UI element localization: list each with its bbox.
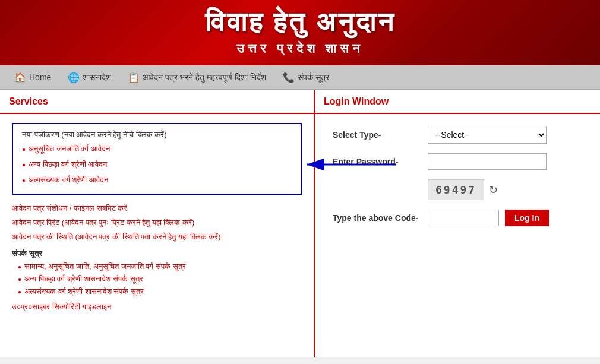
nav-contact-label: संपर्क सूत्र	[298, 72, 329, 83]
select-type-label: Select Type-	[333, 130, 422, 140]
globe-icon: 🌐	[68, 72, 80, 83]
registration-title: नया पंजीकरण (नया आवेदन करने हेतु नीचे क्…	[22, 130, 292, 140]
service-link-amendment[interactable]: आवेदन पत्र संशोधन / फाइनल सबमिट करें	[12, 204, 302, 213]
captcha-display-row: 69497 ↻	[333, 179, 582, 200]
reg-link-obc-label: अन्य पिछड़ा वर्ग श्रेणी आवेदन	[29, 160, 107, 169]
contact-link-obc[interactable]: अन्य पिछड़ा वर्ग श्रेणी शासनादेश संपर्क …	[18, 274, 296, 284]
reg-link-st-label: अनुसूचित जनजाति वर्ग आवेदन	[29, 144, 110, 154]
contact-link-obc-label: अन्य पिछड़ा वर्ग श्रेणी शासनादेश संपर्क …	[24, 274, 143, 284]
main-content: Services नया पंजीकरण (नया आवेदन करने हेत…	[0, 90, 600, 357]
captcha-entry-row: Type the above Code- Log In	[333, 210, 582, 226]
nav-home-label: Home	[29, 72, 51, 82]
registration-box: नया पंजीकरण (नया आवेदन करने हेतु नीचे क्…	[12, 123, 302, 195]
login-panel: Login Window Select Type- --Select-- Ent…	[315, 90, 600, 357]
captcha-refresh-button[interactable]: ↻	[489, 183, 498, 197]
login-content: Select Type- --Select-- Enter Password- …	[315, 114, 600, 248]
services-panel: Services नया पंजीकरण (नया आवेदन करने हेत…	[0, 90, 315, 357]
nav-shasnadesh-label: शासनादेश	[83, 72, 111, 83]
contact-link-minority[interactable]: अल्पसंख्यक वर्ग श्रेणी शासनादेश संपर्क स…	[18, 287, 296, 296]
select-type-row: Select Type- --Select--	[333, 126, 582, 144]
services-content: नया पंजीकरण (नया आवेदन करने हेतु नीचे क्…	[0, 114, 314, 325]
phone-icon: 📞	[283, 72, 295, 83]
nav-guidelines[interactable]: 📋 आवेदन पत्र भरने हेतु महत्त्वपूर्ण दिशा…	[119, 67, 274, 88]
nav-shasnadesh[interactable]: 🌐 शासनादेश	[59, 67, 119, 88]
contact-link-general[interactable]: सामान्य, अनुसूचित जाति, अनुसूचित जनजाति …	[18, 262, 296, 271]
blue-arrow-icon	[304, 156, 399, 173]
nav-home[interactable]: 🏠 Home	[6, 67, 59, 88]
password-input[interactable]	[428, 153, 547, 170]
nav-contact[interactable]: 📞 संपर्क सूत्र	[274, 67, 337, 88]
select-type-dropdown[interactable]: --Select--	[428, 126, 547, 144]
captcha-value: 69497	[428, 179, 484, 200]
captcha-input[interactable]	[428, 210, 499, 226]
arrow-container: अन्य पिछड़ा वर्ग श्रेणी आवेदन	[22, 157, 292, 172]
service-link-status[interactable]: आवेदन पत्र की स्थिति (आवेदन पत्र की स्थि…	[12, 232, 302, 242]
code-entry-label: Type the above Code-	[333, 213, 422, 223]
reg-link-obc[interactable]: अन्य पिछड़ा वर्ग श्रेणी आवेदन	[22, 160, 108, 169]
contact-link-minority-label: अल्पसंख्यक वर्ग श्रेणी शासनादेश संपर्क स…	[24, 287, 144, 296]
contact-section-title: संपर्क सूत्र	[12, 249, 302, 258]
reg-link-minority-label: अल्पसंख्यक वर्ग श्रेणी आवेदन	[29, 175, 108, 185]
navigation: 🏠 Home 🌐 शासनादेश 📋 आवेदन पत्र भरने हेतु…	[0, 65, 600, 90]
security-guideline-link[interactable]: उ०प्र०साइबर सिक्योरिटी गाइडलाइन	[12, 302, 302, 312]
captcha-container: 69497 ↻	[428, 179, 498, 200]
page-header: विवाह हेतु अनुदान उत्तर प्रदेश शासन	[0, 0, 600, 65]
reg-link-minority[interactable]: अल्पसंख्यक वर्ग श्रेणी आवेदन	[22, 175, 292, 185]
home-icon: 🏠	[14, 72, 26, 83]
service-link-print[interactable]: आवेदन पत्र प्रिंट (आवेदन पत्र पुनः प्रिं…	[12, 218, 302, 227]
nav-guidelines-label: आवेदन पत्र भरने हेतु महत्त्वपूर्ण दिशा न…	[143, 72, 266, 83]
header-subtitle: उत्तर प्रदेश शासन	[236, 41, 364, 56]
document-icon: 📋	[128, 72, 140, 83]
header-title: विवाह हेतु अनुदान	[205, 7, 396, 39]
login-header: Login Window	[315, 90, 600, 114]
reg-link-st[interactable]: अनुसूचित जनजाति वर्ग आवेदन	[22, 144, 292, 154]
contact-link-general-label: सामान्य, अनुसूचित जाति, अनुसूचित जनजाति …	[24, 262, 186, 271]
services-header: Services	[0, 90, 314, 114]
login-button[interactable]: Log In	[505, 210, 549, 226]
